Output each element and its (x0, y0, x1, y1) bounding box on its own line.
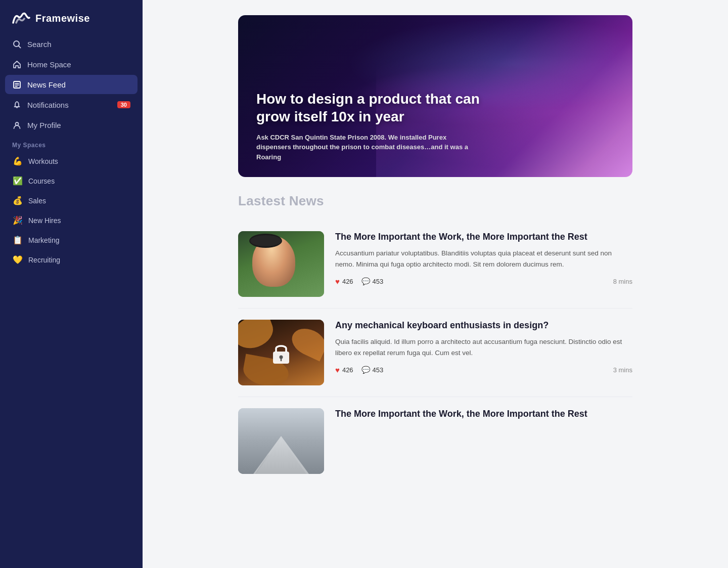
article-meta: ♥ 426 💬 453 3 mins (335, 366, 632, 374)
article-thumbnail (238, 408, 324, 474)
article-thumbnail (238, 231, 324, 297)
article-excerpt: Accusantium pariatur voluptatibus. Bland… (335, 248, 632, 270)
hero-banner[interactable]: How to design a product that can grow it… (238, 15, 632, 177)
new-hires-emoji: 🎉 (12, 215, 23, 225)
article-content: Any mechanical keyboard enthusiasts in d… (335, 320, 632, 374)
sidebar-item-label: Home Space (27, 60, 71, 69)
sidebar-item-label: Notifications (27, 101, 69, 109)
heart-icon: ♥ (335, 366, 340, 374)
hero-title: How to design a product that can grow it… (256, 90, 499, 125)
sidebar-item-label: News Feed (27, 80, 66, 89)
spaces-list: 💪 Workouts ✅ Courses 💰 Sales 🎉 New Hires… (0, 152, 143, 269)
sidebar-item-new-hires[interactable]: 🎉 New Hires (5, 211, 138, 230)
article-title: The More Important the Work, the More Im… (335, 408, 632, 420)
comment-icon: 💬 (361, 366, 370, 374)
comment-icon: 💬 (361, 277, 370, 285)
brand-name: Framewise (35, 13, 90, 24)
bell-icon (12, 100, 21, 109)
sidebar-item-label: My Profile (27, 121, 61, 129)
sidebar-item-courses[interactable]: ✅ Courses (5, 171, 138, 190)
news-item[interactable]: The More Important the Work, the More Im… (238, 220, 632, 309)
read-time: 3 mins (613, 366, 632, 374)
space-label: Recruiting (28, 256, 60, 264)
comments-count[interactable]: 💬 453 (361, 277, 384, 285)
sidebar-item-sales[interactable]: 💰 Sales (5, 191, 138, 210)
space-label: New Hires (28, 216, 61, 225)
courses-emoji: ✅ (12, 176, 23, 186)
brand-logo-icon (11, 11, 30, 25)
home-icon (12, 60, 21, 69)
article-content: The More Important the Work, the More Im… (335, 231, 632, 286)
article-meta: ♥ 426 💬 453 8 mins (335, 277, 632, 286)
my-spaces-label: My Spaces (0, 135, 143, 152)
news-list: The More Important the Work, the More Im… (238, 220, 632, 485)
search-icon (12, 39, 21, 49)
latest-news-heading: Lastest News (238, 193, 632, 209)
article-thumbnail (238, 320, 324, 385)
space-label: Sales (28, 197, 46, 205)
space-label: Courses (28, 177, 55, 185)
sidebar-item-marketing[interactable]: 📋 Marketing (5, 231, 138, 249)
sidebar-item-search[interactable]: Search (5, 34, 138, 54)
space-label: Workouts (28, 157, 58, 165)
marketing-emoji: 📋 (12, 235, 23, 245)
lock-icon (238, 320, 324, 385)
sidebar-item-label: Search (27, 40, 52, 49)
news-item[interactable]: The More Important the Work, the More Im… (238, 397, 632, 485)
sidebar-item-news-feed[interactable]: News Feed (5, 75, 138, 94)
sidebar-item-workouts[interactable]: 💪 Workouts (5, 152, 138, 170)
svg-line-1 (18, 46, 20, 48)
space-label: Marketing (28, 236, 59, 244)
article-title: Any mechanical keyboard enthusiasts in d… (335, 320, 632, 331)
workouts-emoji: 💪 (12, 156, 23, 166)
likes-count[interactable]: ♥ 426 (335, 366, 353, 374)
recruiting-emoji: 💛 (12, 255, 23, 265)
news-icon (12, 80, 21, 89)
main-content: How to design a product that can grow it… (143, 0, 728, 568)
comments-count[interactable]: 💬 453 (361, 366, 384, 374)
article-content: The More Important the Work, the More Im… (335, 408, 632, 425)
person-icon (12, 120, 21, 129)
notifications-badge: 30 (117, 101, 130, 108)
sales-emoji: 💰 (12, 196, 23, 205)
sidebar-item-notifications[interactable]: Notifications 30 (5, 95, 138, 114)
sidebar-item-home-space[interactable]: Home Space (5, 55, 138, 74)
sidebar: Framewise Search Home Space (0, 0, 143, 568)
sidebar-item-recruiting[interactable]: 💛 Recruiting (5, 250, 138, 269)
hero-subtitle: Ask CDCR San Quintin State Prison 2008. … (256, 133, 469, 162)
sidebar-nav: Search Home Space News Feed (0, 34, 143, 135)
article-excerpt: Quia facilis aliquid. Id illum porro a a… (335, 336, 632, 358)
news-item[interactable]: Any mechanical keyboard enthusiasts in d… (238, 309, 632, 397)
heart-icon: ♥ (335, 277, 340, 286)
article-title: The More Important the Work, the More Im… (335, 231, 632, 243)
likes-count[interactable]: ♥ 426 (335, 277, 353, 286)
sidebar-item-my-profile[interactable]: My Profile (5, 115, 138, 135)
sidebar-logo: Framewise (0, 0, 143, 34)
read-time: 8 mins (613, 278, 632, 285)
